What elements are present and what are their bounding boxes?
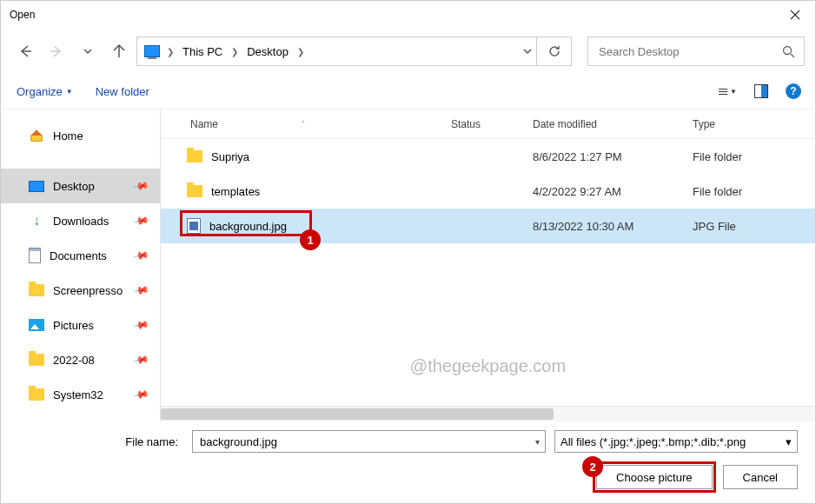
download-icon: ↓ bbox=[29, 213, 44, 229]
preview-pane-button[interactable] bbox=[754, 84, 768, 98]
column-type[interactable]: Type bbox=[693, 118, 815, 130]
file-type-filter[interactable]: All files (*.jpg;*.jpeg;*.bmp;*.dib;*.pn… bbox=[554, 430, 798, 453]
chevron-down-icon bbox=[83, 46, 93, 56]
chevron-down-icon[interactable]: ▾ bbox=[535, 437, 540, 447]
column-status[interactable]: Status bbox=[451, 118, 533, 130]
folder-icon bbox=[29, 284, 44, 296]
sidebar-item-pictures[interactable]: Pictures 📌 bbox=[1, 308, 160, 342]
folder-icon bbox=[29, 354, 44, 366]
filename-input[interactable] bbox=[198, 434, 535, 449]
file-row[interactable]: templates 4/2/2022 9:27 AM File folder bbox=[161, 174, 815, 209]
image-file-icon bbox=[187, 218, 201, 234]
column-name[interactable]: Name ˄ bbox=[185, 118, 451, 130]
choose-picture-button[interactable]: Choose picture bbox=[596, 465, 712, 489]
sidebar-item-label: Downloads bbox=[53, 215, 109, 228]
sidebar-item-label: Desktop bbox=[53, 180, 95, 193]
file-date: 8/13/2022 10:30 AM bbox=[533, 220, 693, 233]
sidebar-item-downloads[interactable]: ↓ Downloads 📌 bbox=[1, 203, 160, 238]
forward-button[interactable] bbox=[43, 37, 70, 65]
recent-button[interactable] bbox=[74, 37, 102, 65]
chevron-right-icon: ❯ bbox=[229, 47, 240, 56]
sidebar-item-label: Documents bbox=[50, 249, 107, 262]
close-button[interactable] bbox=[775, 1, 815, 29]
sidebar-item-label: Home bbox=[53, 129, 83, 143]
file-date: 8/6/2022 1:27 PM bbox=[533, 150, 693, 163]
sidebar-item-2022-08[interactable]: 2022-08 📌 bbox=[1, 342, 160, 377]
breadcrumb-this-pc[interactable]: This PC bbox=[181, 43, 224, 60]
pictures-icon bbox=[29, 319, 44, 331]
desktop-icon bbox=[29, 181, 44, 192]
filter-label: All files (*.jpg;*.jpeg;*.bmp;*.dib;*.pn… bbox=[561, 435, 746, 448]
chevron-down-icon[interactable] bbox=[522, 46, 533, 56]
arrow-up-icon bbox=[111, 43, 127, 59]
sidebar-item-home[interactable]: Home bbox=[1, 118, 160, 153]
column-name-label: Name bbox=[190, 118, 218, 130]
folder-icon bbox=[187, 185, 202, 197]
titlebar: Open bbox=[1, 1, 815, 29]
pin-icon: 📌 bbox=[132, 386, 149, 403]
window-title: Open bbox=[10, 9, 35, 21]
cancel-button[interactable]: Cancel bbox=[723, 465, 798, 489]
sidebar-item-documents[interactable]: Documents 📌 bbox=[1, 238, 160, 273]
sidebar-item-desktop[interactable]: Desktop 📌 bbox=[1, 169, 160, 203]
search-input[interactable] bbox=[597, 44, 782, 59]
refresh-icon bbox=[547, 44, 561, 58]
open-dialog: Open ❯ This PC ❯ Desktop ❯ bbox=[0, 0, 816, 504]
chevron-right-icon: ❯ bbox=[295, 47, 306, 56]
sidebar: Home Desktop 📌 ↓ Downloads 📌 Documents 📌… bbox=[1, 109, 161, 421]
organize-menu[interactable]: Organize ▼ bbox=[17, 85, 73, 98]
footer: File name: ▾ All files (*.jpg;*.jpeg;*.b… bbox=[1, 421, 815, 503]
organize-label: Organize bbox=[17, 85, 63, 98]
file-name: templates bbox=[211, 185, 260, 198]
folder-icon bbox=[29, 388, 44, 401]
pin-icon: 📌 bbox=[132, 212, 149, 229]
svg-point-0 bbox=[784, 46, 792, 54]
folder-icon bbox=[187, 150, 202, 162]
address-bar[interactable]: ❯ This PC ❯ Desktop ❯ bbox=[136, 36, 537, 66]
file-pane: Name ˄ Status Date modified Type Supriya… bbox=[161, 109, 815, 421]
arrow-left-icon bbox=[17, 43, 33, 59]
filename-label: File name: bbox=[18, 435, 183, 448]
sidebar-item-screenpresso[interactable]: Screenpresso 📌 bbox=[1, 273, 160, 308]
file-type: File folder bbox=[693, 150, 815, 163]
refresh-button[interactable] bbox=[537, 36, 572, 66]
filename-combo[interactable]: ▾ bbox=[192, 430, 546, 453]
toolbar: Organize ▼ New folder ▼ ? bbox=[1, 74, 815, 109]
sidebar-item-label: Pictures bbox=[53, 319, 94, 332]
body: Home Desktop 📌 ↓ Downloads 📌 Documents 📌… bbox=[1, 109, 815, 421]
breadcrumb-desktop[interactable]: Desktop bbox=[245, 43, 290, 60]
file-date: 4/2/2022 9:27 AM bbox=[533, 185, 693, 198]
sidebar-item-label: System32 bbox=[53, 388, 103, 401]
watermark: @thegeekpage.com bbox=[161, 356, 815, 376]
back-button[interactable] bbox=[11, 37, 39, 65]
up-button[interactable] bbox=[105, 37, 133, 65]
home-icon bbox=[29, 128, 44, 143]
file-row-selected[interactable]: background.jpg 8/13/2022 10:30 AM JPG Fi… bbox=[161, 209, 815, 243]
help-button[interactable]: ? bbox=[786, 83, 801, 99]
column-headers: Name ˄ Status Date modified Type bbox=[161, 109, 815, 139]
file-type: File folder bbox=[693, 185, 815, 198]
horizontal-scrollbar[interactable] bbox=[161, 406, 815, 421]
search-box[interactable] bbox=[587, 36, 805, 66]
file-name: background.jpg bbox=[209, 220, 287, 233]
file-type: JPG File bbox=[693, 220, 815, 233]
new-folder-button[interactable]: New folder bbox=[96, 85, 149, 98]
file-row[interactable]: Supriya 8/6/2022 1:27 PM File folder bbox=[161, 139, 815, 174]
file-rows: Supriya 8/6/2022 1:27 PM File folder tem… bbox=[161, 139, 815, 406]
pin-icon: 📌 bbox=[132, 316, 149, 334]
sidebar-item-label: Screenpresso bbox=[53, 284, 123, 297]
sidebar-item-system32[interactable]: System32 📌 bbox=[1, 377, 160, 412]
caret-down-icon: ▼ bbox=[730, 88, 737, 96]
close-icon bbox=[790, 10, 800, 20]
pin-icon: 📌 bbox=[132, 247, 149, 264]
file-name: Supriya bbox=[211, 150, 249, 163]
chevron-right-icon: ❯ bbox=[165, 47, 176, 56]
caret-down-icon: ▼ bbox=[66, 88, 73, 96]
nav-row: ❯ This PC ❯ Desktop ❯ bbox=[1, 29, 815, 74]
chevron-down-icon: ▾ bbox=[786, 435, 792, 448]
list-icon bbox=[719, 89, 727, 95]
pin-icon: 📌 bbox=[132, 282, 149, 299]
view-menu[interactable]: ▼ bbox=[719, 88, 737, 96]
column-date[interactable]: Date modified bbox=[533, 118, 693, 130]
sort-caret-icon: ˄ bbox=[302, 120, 305, 128]
